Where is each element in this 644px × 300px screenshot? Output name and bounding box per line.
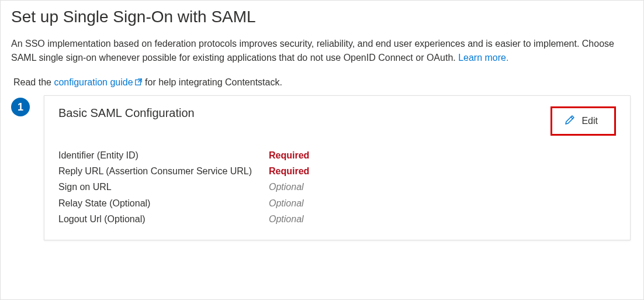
config-label: Sign on URL — [58, 179, 269, 195]
config-label: Relay State (Optional) — [58, 195, 269, 211]
guide-link-text: configuration guide — [54, 77, 133, 87]
guide-paragraph: Read the configuration guide for help in… — [13, 75, 633, 89]
required-badge: Required — [269, 163, 309, 179]
config-rows: Identifier (Entity ID)RequiredReply URL … — [58, 147, 616, 227]
optional-badge: Optional — [269, 211, 304, 227]
svg-line-2 — [571, 117, 573, 119]
pencil-icon — [564, 114, 576, 128]
config-row: Identifier (Entity ID)Required — [58, 147, 616, 163]
config-label: Reply URL (Assertion Consumer Service UR… — [58, 163, 269, 179]
config-row: Reply URL (Assertion Consumer Service UR… — [58, 163, 616, 179]
step-container: 1 Basic SAML Configuration Edit Identifi… — [11, 95, 633, 240]
svg-line-1 — [138, 79, 141, 82]
config-label: Identifier (Entity ID) — [58, 147, 269, 163]
config-row: Relay State (Optional)Optional — [58, 195, 616, 211]
card-header: Basic SAML Configuration Edit — [58, 106, 616, 136]
config-label: Logout Url (Optional) — [58, 211, 269, 227]
guide-prefix: Read the — [13, 77, 54, 87]
step-number-badge: 1 — [11, 98, 30, 116]
learn-more-link[interactable]: Learn more. — [458, 53, 508, 63]
intro-paragraph: An SSO implementation based on federatio… — [11, 37, 633, 65]
guide-suffix: for help integrating Contentstack. — [143, 77, 282, 87]
edit-button-label: Edit — [581, 116, 598, 126]
optional-badge: Optional — [269, 195, 304, 211]
intro-text: An SSO implementation based on federatio… — [11, 39, 614, 63]
card-title: Basic SAML Configuration — [58, 106, 195, 120]
page-title: Set up Single Sign-On with SAML — [11, 8, 633, 26]
config-row: Sign on URLOptional — [58, 179, 616, 195]
optional-badge: Optional — [269, 179, 304, 195]
configuration-guide-link[interactable]: configuration guide — [54, 77, 142, 87]
config-row: Logout Url (Optional)Optional — [58, 211, 616, 227]
required-badge: Required — [269, 147, 309, 163]
external-link-icon — [134, 76, 143, 90]
basic-saml-config-card: Basic SAML Configuration Edit Identifier… — [44, 95, 631, 240]
edit-button[interactable]: Edit — [550, 106, 616, 136]
